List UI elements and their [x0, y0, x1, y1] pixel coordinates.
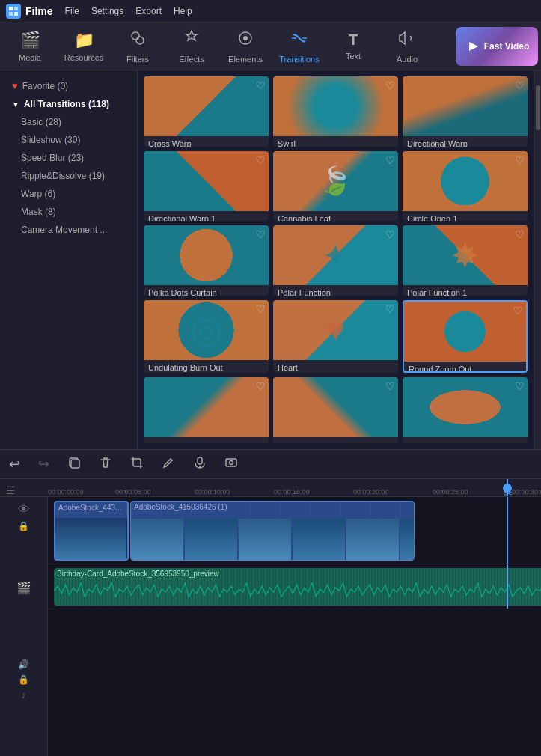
menu-export[interactable]: Export [135, 6, 162, 16]
transition-swirl[interactable]: ♡ Swirl [273, 76, 398, 147]
svg-rect-10 [198, 457, 202, 464]
transition-undulating[interactable]: ♡ Undulating Burn Out [144, 300, 269, 374]
sidebar-speedblur-label: Speed Blur (23) [21, 153, 84, 163]
favorite-heart-icon[interactable]: ♡ [256, 303, 266, 315]
audio-volume-icon[interactable]: 🔊 [18, 659, 29, 670]
clip-label-2: AdobeStock_415036426 (1) [134, 503, 227, 511]
transition-cannabis-leaf[interactable]: ♡ Cannabis Leaf [273, 151, 398, 222]
favorite-heart-icon[interactable]: ♡ [385, 380, 395, 392]
sidebar-mask[interactable]: Mask (8) [0, 203, 137, 221]
eye-icon[interactable]: 👁 [18, 503, 30, 516]
menu-settings[interactable]: Settings [91, 6, 123, 16]
transition-round-zoom[interactable]: ♡ Round Zoom Out [403, 300, 528, 374]
favorite-heart-icon[interactable]: ♡ [385, 228, 395, 240]
transition-thumb: ♡ [144, 76, 269, 136]
edit-toolbar: ↩ ↪ [0, 449, 541, 479]
transition-label: Directional Warp 1 [144, 211, 269, 222]
transitions-icon [290, 29, 308, 52]
favorite-heart-icon[interactable]: ♡ [256, 228, 266, 240]
video-clip-2[interactable]: AdobeStock_415036426 (1) [130, 501, 415, 561]
copy-button[interactable] [67, 456, 81, 473]
sidebar: ♥ Favorite (0) ▼ All Transitions (118) B… [0, 70, 138, 449]
transition-generic-1[interactable]: ♡ [144, 377, 269, 443]
sidebar-all-transitions[interactable]: ▼ All Transitions (118) [0, 95, 137, 113]
media-icon: 🎬 [20, 31, 40, 50]
transition-thumb: ♡ [144, 377, 269, 437]
fast-video-button[interactable]: Fast Video [456, 27, 538, 66]
favorite-heart-icon[interactable]: ♡ [515, 380, 525, 392]
transition-thumb: ♡ [273, 300, 398, 360]
favorite-heart-icon[interactable]: ♡ [385, 303, 395, 315]
transition-thumb: ♡ [144, 151, 269, 211]
transition-polka-dots[interactable]: ♡ Polka Dots Curtain [144, 225, 269, 296]
sidebar-slideshow-label: Slideshow (30) [21, 135, 80, 145]
app-name: Filme [25, 5, 53, 17]
music-icon[interactable]: ♪ [21, 689, 26, 701]
favorite-heart-icon[interactable]: ♡ [513, 305, 523, 317]
transition-label: Cross Warp [144, 136, 269, 147]
menu-bar: Filme File Settings Export Help [0, 0, 541, 22]
sidebar-camera-movement[interactable]: Camera Movement ... [0, 221, 137, 239]
crop-button[interactable] [130, 456, 144, 473]
audio-clip[interactable]: Birthday-Card_AdobeStock_356953950_previ… [54, 568, 541, 606]
sidebar-speed-blur[interactable]: Speed Blur (23) [0, 149, 137, 167]
toolbar-audio[interactable]: Audio [380, 22, 434, 70]
svg-rect-11 [226, 459, 236, 466]
menu-help[interactable]: Help [174, 6, 192, 16]
toolbar-resources[interactable]: 📁 Resources [57, 22, 111, 70]
favorite-heart-icon[interactable]: ♡ [256, 154, 266, 166]
menu-file[interactable]: File [65, 6, 79, 16]
toolbar-effects[interactable]: Effects [165, 22, 218, 70]
sidebar-warp-label: Warp (6) [21, 189, 55, 199]
transition-generic-3[interactable]: ♡ [403, 377, 528, 443]
sidebar-ripple-dissolve[interactable]: Ripple&Dissolve (19) [0, 167, 137, 185]
toolbar-transitions[interactable]: Transitions [272, 22, 326, 70]
sidebar-warp[interactable]: Warp (6) [0, 185, 137, 203]
delete-button[interactable] [99, 456, 112, 473]
transition-cross-warp[interactable]: ♡ Cross Warp [144, 76, 269, 147]
undo-button[interactable]: ↩ [9, 456, 20, 472]
favorite-heart-icon[interactable]: ♡ [515, 228, 525, 240]
video-lock-icon[interactable]: 🔒 [18, 521, 29, 531]
transition-generic-2[interactable]: ♡ [273, 377, 398, 443]
transition-thumb: ♡ [404, 302, 526, 362]
transition-label [403, 437, 528, 443]
transition-circle-open[interactable]: ♡ Circle Open 1 [403, 151, 528, 222]
redo-button[interactable]: ↪ [38, 456, 49, 472]
favorite-heart-icon[interactable]: ♡ [256, 380, 266, 392]
favorite-heart-icon[interactable]: ♡ [515, 154, 525, 166]
toolbar-filters[interactable]: Filters [111, 22, 165, 70]
transition-polar-function1[interactable]: ♡ Polar Function 1 [403, 225, 528, 296]
edit-button[interactable] [162, 456, 175, 473]
favorite-heart-icon[interactable]: ♡ [385, 79, 395, 91]
scrollbar-thumb [536, 85, 540, 130]
video-track-icon[interactable]: 🎬 [16, 581, 31, 595]
favorite-heart-icon[interactable]: ♡ [385, 154, 395, 166]
transition-directional-warp[interactable]: ♡ Directional Warp [403, 76, 528, 147]
expand-arrow-icon: ▼ [12, 100, 19, 109]
transition-label: Polar Function 1 [403, 285, 528, 296]
transition-polar-function[interactable]: ♡ Polar Function [273, 225, 398, 296]
toolbar-elements[interactable]: Elements [218, 22, 272, 70]
favorite-heart-icon[interactable]: ♡ [515, 79, 525, 91]
video-clip-1[interactable]: AdobeStock_443... [54, 501, 129, 561]
sidebar-slideshow[interactable]: Slideshow (30) [0, 131, 137, 149]
app-logo-icon [6, 4, 21, 19]
transition-label [273, 437, 398, 443]
record-voice-button[interactable] [193, 456, 207, 473]
transition-heart[interactable]: ♡ Heart [273, 300, 398, 374]
favorite-heart-icon[interactable]: ♡ [256, 79, 266, 91]
toolbar-media[interactable]: 🎬 Media [3, 22, 57, 70]
transition-thumb: ♡ [144, 300, 269, 360]
record-screen-button[interactable] [224, 456, 238, 473]
svg-point-5 [136, 37, 144, 44]
transition-directional-warp1[interactable]: ♡ Directional Warp 1 [144, 151, 269, 222]
timeline-area: ☰ 00:00:00:00 00:00:05:00 00:00:10:00 00… [0, 479, 541, 756]
toolbar-text[interactable]: T Text [326, 22, 380, 70]
audio-lock-icon[interactable]: 🔒 [18, 674, 29, 685]
ruler-mark-0: 00:00:00:00 [48, 488, 84, 496]
sidebar-favorite[interactable]: ♥ Favorite (0) [0, 76, 137, 95]
sidebar-basic[interactable]: Basic (28) [0, 113, 137, 131]
hamburger-menu-icon[interactable]: ☰ [6, 484, 16, 496]
panel-scrollbar[interactable] [534, 70, 541, 449]
